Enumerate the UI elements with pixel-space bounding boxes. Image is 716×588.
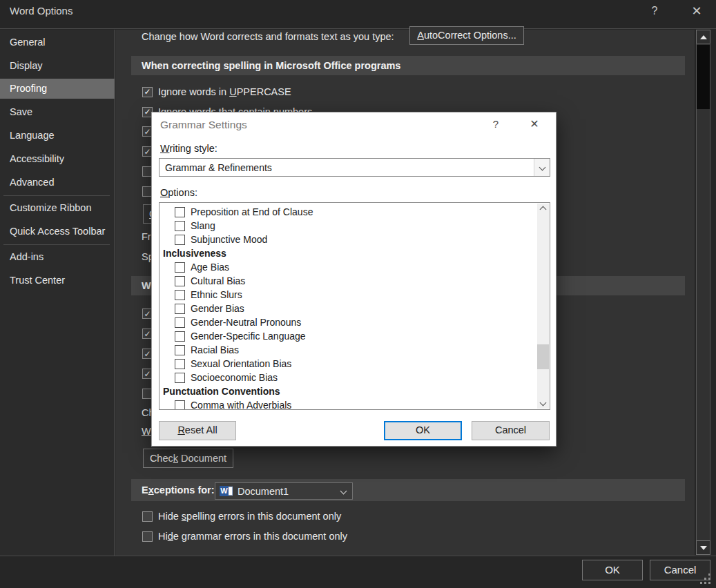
scroll-up-button[interactable] (696, 30, 710, 44)
option-label: Gender Bias (191, 303, 244, 314)
sidebar-item-label: Display (10, 60, 43, 71)
checkbox[interactable]: ✓ (142, 87, 153, 97)
cancel-button[interactable]: Cancel (650, 560, 710, 580)
checkbox-label: Ignore words in UPPERCASE (158, 86, 291, 97)
scrollbar-track[interactable] (696, 43, 710, 541)
checkbox[interactable]: ✓ (175, 304, 185, 314)
sidebar-item[interactable]: Advanced (0, 173, 115, 192)
scroll-down-button[interactable] (537, 397, 549, 409)
option-row[interactable]: ✓ Gender-Specific Language (159, 329, 550, 343)
option-row[interactable]: ✓ Preposition at End of Clause (159, 205, 550, 219)
checkbox[interactable]: ✓ (175, 331, 185, 342)
option-label: Preposition at End of Clause (191, 206, 313, 217)
checkbox-label: Hide spelling errors in this document on… (158, 511, 341, 522)
option-label: Racial Bias (191, 344, 239, 355)
exceptions-label: Exceptions for: (142, 484, 215, 496)
dialog-cancel-button[interactable]: Cancel (472, 421, 550, 440)
chevron-down-icon (540, 400, 547, 406)
sidebar-item[interactable]: Add-ins (0, 247, 115, 266)
grammar-settings-dialog: Grammar Settings ? ✕ Writing style: Gram… (151, 112, 557, 447)
scrollbar-thumb[interactable] (537, 344, 549, 369)
check-icon: ✓ (144, 148, 151, 156)
combo-dropdown-button[interactable] (534, 159, 550, 176)
sidebar-item[interactable]: Accessibility (0, 149, 115, 168)
checkbox-row-hide-grammar[interactable]: ✓ Hide grammar errors in this document o… (142, 531, 347, 542)
ok-button[interactable]: OK (582, 560, 643, 580)
sidebar-item-label: Add-ins (10, 251, 43, 262)
checkbox[interactable]: ✓ (175, 276, 185, 286)
check-document-button[interactable]: Check Document (143, 449, 233, 468)
sidebar-item-label: Advanced (10, 177, 55, 188)
checkbox[interactable]: ✓ (142, 511, 153, 522)
help-icon[interactable]: ? (647, 3, 662, 19)
option-label: Cultural Bias (191, 275, 245, 286)
checkbox[interactable]: ✓ (175, 207, 185, 217)
checkbox[interactable]: ✓ (175, 317, 185, 328)
sidebar-item-label: Save (10, 106, 32, 117)
checkbox[interactable]: ✓ (175, 359, 185, 369)
check-icon: ✓ (144, 88, 151, 96)
word-document-icon: W (220, 486, 233, 497)
option-row[interactable]: ✓ Gender Bias (159, 302, 550, 315)
exceptions-document-select[interactable]: W Document1 (215, 482, 353, 500)
checkbox[interactable]: ✓ (175, 345, 185, 355)
check-icon: ✓ (144, 108, 151, 116)
option-label: Gender-Specific Language (191, 331, 306, 342)
sidebar-item[interactable]: Display (0, 56, 115, 75)
section-spelling-office: When correcting spelling in Microsoft Of… (131, 56, 685, 75)
checkbox-row-ignore-uppercase[interactable]: ✓ Ignore words in UPPERCASE (142, 86, 291, 97)
close-icon[interactable]: ✕ (528, 117, 541, 131)
chevron-up-icon (540, 206, 547, 213)
close-icon[interactable]: ✕ (689, 3, 704, 19)
triangle-up-icon (700, 35, 707, 39)
reset-all-button[interactable]: Reset All (159, 421, 236, 440)
sidebar-item[interactable]: Customize Ribbon (0, 198, 115, 217)
sidebar-item-label: General (10, 37, 46, 48)
checkbox-label: Hide grammar errors in this document onl… (158, 531, 347, 542)
option-row[interactable]: ✓ Subjunctive Mood (159, 233, 550, 246)
checkbox[interactable]: ✓ (175, 290, 185, 300)
option-row[interactable]: ✓ Punctuation Conventions (159, 384, 550, 398)
writing-style-select[interactable]: Grammar & Refinements (159, 158, 550, 177)
sidebar-item[interactable]: Quick Access Toolbar (0, 222, 115, 241)
checkbox[interactable]: ✓ (175, 373, 185, 383)
option-row[interactable]: ✓ Socioeconomic Bias (159, 371, 550, 384)
scrollbar-thumb[interactable] (697, 45, 710, 109)
sidebar-item-label: Quick Access Toolbar (10, 226, 105, 237)
sidebar-item[interactable]: Save (0, 102, 115, 121)
option-row[interactable]: ✓ Age Bias (159, 260, 550, 274)
autocorrect-options-button[interactable]: AutoCorrect Options... (409, 26, 524, 45)
checkbox-row-hide-spelling[interactable]: ✓ Hide spelling errors in this document … (142, 511, 341, 522)
dialog-ok-button[interactable]: OK (384, 421, 462, 440)
options-list-scrollbar (537, 204, 549, 409)
checkbox[interactable]: ✓ (142, 531, 153, 542)
option-row[interactable]: ✓ Racial Bias (159, 343, 550, 357)
autocorrect-description: Change how Word corrects and formats tex… (142, 31, 394, 42)
sidebar-item[interactable]: Language (0, 126, 115, 145)
checkbox[interactable]: ✓ (175, 235, 185, 245)
checkbox[interactable]: ✓ (175, 221, 185, 231)
sidebar-item[interactable]: General (0, 32, 115, 52)
exceptions-document-value: Document1 (238, 486, 289, 497)
window-title: Word Options (10, 5, 72, 17)
option-row[interactable]: ✓ Cultural Bias (159, 274, 550, 288)
option-label: Slang (191, 220, 215, 231)
option-label: Age Bias (191, 262, 229, 273)
writing-style-label-fragment: W (142, 426, 151, 437)
sidebar: General Display Proofing Save Language A… (0, 30, 115, 556)
checkbox[interactable]: ✓ (175, 262, 185, 273)
resize-grip-icon[interactable] (708, 574, 710, 576)
option-row[interactable]: ✓ Ethnic Slurs (159, 288, 550, 302)
help-icon[interactable]: ? (489, 117, 503, 131)
option-row[interactable]: ✓ Inclusiveness (159, 246, 550, 260)
scroll-down-button[interactable] (696, 540, 710, 555)
option-row[interactable]: ✓ Comma with Adverbials (159, 398, 550, 410)
triangle-down-icon (700, 546, 707, 550)
option-row[interactable]: ✓ Slang (159, 219, 550, 233)
option-row[interactable]: ✓ Gender-Neutral Pronouns (159, 315, 550, 329)
scroll-up-button[interactable] (537, 204, 549, 215)
sidebar-item[interactable]: Trust Center (0, 271, 115, 290)
sidebar-item[interactable]: Proofing (0, 79, 115, 99)
checkbox[interactable]: ✓ (175, 400, 185, 411)
option-row[interactable]: ✓ Sexual Orientation Bias (159, 357, 550, 371)
